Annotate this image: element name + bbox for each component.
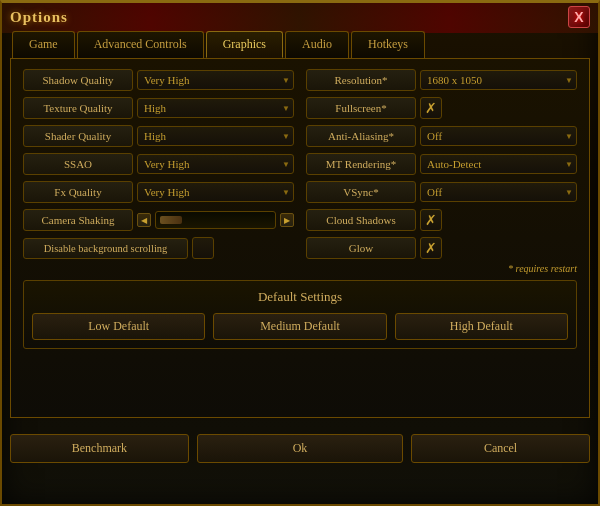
ssao-select[interactable]: Very High High Medium Low Off xyxy=(137,154,294,174)
shader-quality-select[interactable]: High Very High Medium Low xyxy=(137,126,294,146)
defaults-section: Default Settings Low Default Medium Defa… xyxy=(23,280,577,349)
camera-shaking-label: Camera Shaking xyxy=(23,209,133,231)
high-default-button[interactable]: High Default xyxy=(395,313,568,340)
disable-bg-scroll-checkbox[interactable] xyxy=(192,237,214,259)
medium-default-button[interactable]: Medium Default xyxy=(213,313,386,340)
cancel-button[interactable]: Cancel xyxy=(411,434,590,463)
slider-right-arrow[interactable]: ▶ xyxy=(280,213,294,227)
vsync-select[interactable]: Off On xyxy=(420,182,577,202)
camera-shaking-slider[interactable] xyxy=(155,211,276,229)
slider-left-arrow[interactable]: ◀ xyxy=(137,213,151,227)
fullscreen-checkbox[interactable]: ✗ xyxy=(420,97,442,119)
resolution-select[interactable]: 1680 x 1050 1920 x 1080 1280 x 720 xyxy=(420,70,577,90)
content-area: Game Advanced Controls Graphics Audio Ho… xyxy=(2,31,598,426)
cloud-shadows-checkbox[interactable]: ✗ xyxy=(420,209,442,231)
main-panel: Shadow Quality Very High High Medium Low… xyxy=(10,58,590,418)
restart-note: * requires restart xyxy=(23,263,577,274)
glow-label: Glow xyxy=(306,237,416,259)
tab-advanced-controls[interactable]: Advanced Controls xyxy=(77,31,204,58)
tab-bar: Game Advanced Controls Graphics Audio Ho… xyxy=(10,31,590,58)
glow-checkbox[interactable]: ✗ xyxy=(420,237,442,259)
fullscreen-label: Fullscreen* xyxy=(306,97,416,119)
shader-quality-label: Shader Quality xyxy=(23,125,133,147)
mt-rendering-select[interactable]: Auto-Detect On Off xyxy=(420,154,577,174)
defaults-title: Default Settings xyxy=(32,289,568,305)
tab-game[interactable]: Game xyxy=(12,31,75,58)
ssao-label: SSAO xyxy=(23,153,133,175)
close-button[interactable]: X xyxy=(568,6,590,28)
mt-rendering-label: MT Rendering* xyxy=(306,153,416,175)
texture-quality-select[interactable]: High Very High Medium Low xyxy=(137,98,294,118)
low-default-button[interactable]: Low Default xyxy=(32,313,205,340)
anti-aliasing-label: Anti-Aliasing* xyxy=(306,125,416,147)
tab-graphics[interactable]: Graphics xyxy=(206,31,283,58)
shadow-quality-select[interactable]: Very High High Medium Low xyxy=(137,70,294,90)
window-title: Options xyxy=(10,9,68,26)
resolution-label: Resolution* xyxy=(306,69,416,91)
vsync-label: VSync* xyxy=(306,181,416,203)
benchmark-button[interactable]: Benchmark xyxy=(10,434,189,463)
options-window: Options X Game Advanced Controls Graphic… xyxy=(0,0,600,506)
texture-quality-label: Texture Quality xyxy=(23,97,133,119)
fx-quality-select[interactable]: Very High High Medium Low xyxy=(137,182,294,202)
tab-audio[interactable]: Audio xyxy=(285,31,349,58)
defaults-buttons: Low Default Medium Default High Default xyxy=(32,313,568,340)
tab-hotkeys[interactable]: Hotkeys xyxy=(351,31,425,58)
anti-aliasing-select[interactable]: Off 2x 4x 8x xyxy=(420,126,577,146)
ok-button[interactable]: Ok xyxy=(197,434,403,463)
title-bar: Options X xyxy=(2,3,598,31)
disable-bg-scroll-label: Disable background scrolling xyxy=(23,238,188,259)
shadow-quality-label: Shadow Quality xyxy=(23,69,133,91)
cloud-shadows-label: Cloud Shadows xyxy=(306,209,416,231)
fx-quality-label: Fx Quality xyxy=(23,181,133,203)
bottom-bar: Benchmark Ok Cancel xyxy=(2,426,598,469)
